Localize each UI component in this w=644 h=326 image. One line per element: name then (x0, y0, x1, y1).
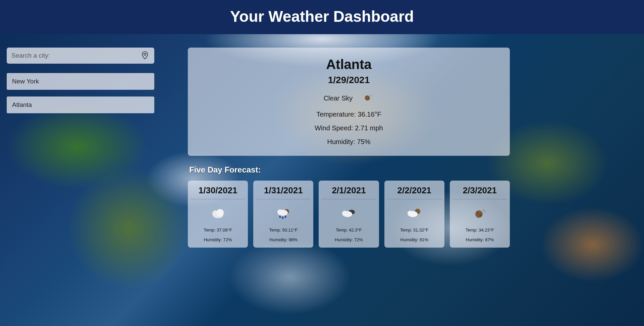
main-panel: Atlanta 1/29/2021 Clear Sky Temperature:… (188, 48, 510, 248)
svg-point-24 (483, 210, 484, 211)
forecast-temp: Temp: 37.06°F (191, 227, 245, 233)
sidebar: New York Atlanta (7, 48, 154, 120)
svg-point-21 (475, 210, 483, 218)
current-condition: Clear Sky (324, 94, 353, 102)
current-humidity: Humidity: 75% (198, 138, 500, 146)
clear-night-icon (452, 205, 507, 221)
partly-cloudy-icon (387, 205, 442, 221)
map-pin-icon (142, 51, 148, 60)
svg-point-23 (480, 214, 481, 216)
forecast-card: 1/31/2021 Temp: 50.11°F Humidity: 98% (253, 181, 313, 248)
forecast-humidity: Humidity: 72% (191, 237, 245, 242)
svg-point-11 (277, 209, 283, 215)
svg-point-12 (279, 216, 281, 218)
svg-point-3 (368, 98, 369, 100)
svg-point-5 (372, 96, 372, 96)
svg-point-0 (144, 53, 146, 55)
history-item-new-york[interactable]: New York (7, 73, 154, 90)
svg-point-13 (282, 217, 283, 219)
forecast-card: 2/1/2021 Temp: 42.3°F Humidity: 72% (319, 181, 379, 248)
svg-point-17 (342, 211, 347, 216)
app-header: Your Weather Dashboard (0, 0, 644, 34)
forecast-heading: Five Day Forecast: (189, 165, 510, 175)
svg-point-14 (284, 216, 286, 218)
forecast-row: 1/30/2021 Temp: 37.06°F Humidity: 72% 1/… (188, 181, 510, 248)
search-bar (7, 48, 154, 64)
svg-point-20 (408, 211, 413, 216)
svg-point-4 (370, 95, 371, 95)
current-wind: Wind Speed: 2.71 mph (198, 124, 500, 132)
svg-point-25 (485, 211, 485, 212)
forecast-temp: Temp: 34.23°F (452, 227, 507, 233)
current-weather-card: Atlanta 1/29/2021 Clear Sky Temperature:… (188, 48, 510, 156)
page-title: Your Weather Dashboard (0, 7, 644, 25)
forecast-humidity: Humidity: 91% (387, 237, 442, 242)
history-item-atlanta[interactable]: Atlanta (7, 96, 154, 113)
forecast-card: 1/30/2021 Temp: 37.06°F Humidity: 72% (188, 181, 248, 248)
current-temperature: Temperature: 36.16°F (198, 111, 500, 118)
current-date: 1/29/2021 (198, 75, 500, 85)
current-city: Atlanta (198, 57, 500, 72)
search-input[interactable] (11, 52, 140, 59)
forecast-date: 2/2/2021 (387, 185, 442, 199)
rain-icon (256, 205, 311, 221)
forecast-date: 1/31/2021 (256, 185, 311, 199)
cloud-icon (191, 205, 245, 221)
forecast-humidity: Humidity: 87% (452, 237, 507, 242)
svg-point-22 (477, 212, 478, 213)
forecast-humidity: Humidity: 72% (321, 237, 376, 242)
search-submit-button[interactable] (140, 51, 150, 60)
forecast-card: 2/3/2021 Temp: 34.23°F Humidity: 87% (450, 181, 510, 248)
svg-point-8 (216, 209, 224, 216)
svg-point-2 (366, 96, 367, 97)
clear-night-icon (363, 93, 374, 104)
cloudy-dark-icon (321, 205, 376, 221)
forecast-humidity: Humidity: 98% (256, 237, 311, 242)
svg-point-1 (365, 95, 370, 101)
forecast-temp: Temp: 50.11°F (256, 227, 311, 233)
forecast-card: 2/2/2021 Temp: 31.32°F Humidity: 91% (384, 181, 444, 248)
forecast-date: 1/30/2021 (191, 185, 245, 199)
forecast-date: 2/3/2021 (452, 185, 507, 199)
forecast-temp: Temp: 31.32°F (387, 227, 442, 233)
forecast-temp: Temp: 42.3°F (321, 227, 376, 233)
forecast-date: 2/1/2021 (321, 185, 376, 199)
